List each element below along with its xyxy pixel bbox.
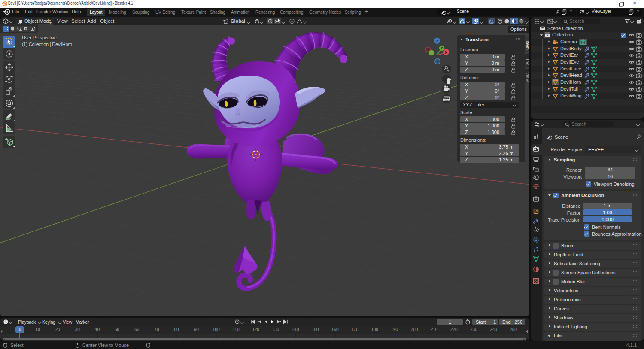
svg-text:Z: Z: [436, 39, 438, 43]
svg-text:Y: Y: [440, 46, 443, 50]
svg-text:X: X: [445, 50, 448, 55]
